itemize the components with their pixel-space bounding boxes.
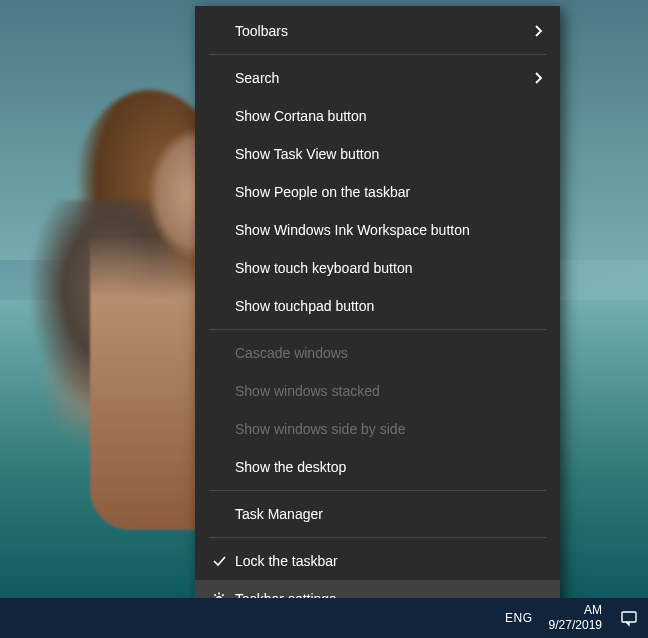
menu-label: Show Cortana button — [231, 108, 546, 124]
menu-item-toolbars[interactable]: Toolbars — [195, 12, 560, 50]
menu-label: Show People on the taskbar — [231, 184, 546, 200]
menu-item-show-touchpad[interactable]: Show touchpad button — [195, 287, 560, 325]
chevron-right-icon — [530, 25, 546, 37]
action-center-icon[interactable] — [618, 607, 640, 629]
menu-label: Search — [231, 70, 530, 86]
menu-item-show-desktop[interactable]: Show the desktop — [195, 448, 560, 486]
menu-item-show-people[interactable]: Show People on the taskbar — [195, 173, 560, 211]
menu-separator — [209, 329, 546, 330]
menu-label: Show touch keyboard button — [231, 260, 546, 276]
tray-time-suffix: AM — [549, 603, 602, 618]
menu-separator — [209, 490, 546, 491]
svg-rect-1 — [622, 612, 636, 622]
menu-item-show-side-by-side: Show windows side by side — [195, 410, 560, 448]
menu-item-task-manager[interactable]: Task Manager — [195, 495, 560, 533]
menu-separator — [209, 537, 546, 538]
check-icon — [207, 553, 231, 569]
menu-label: Show windows side by side — [231, 421, 546, 437]
menu-item-lock-taskbar[interactable]: Lock the taskbar — [195, 542, 560, 580]
menu-label: Show touchpad button — [231, 298, 546, 314]
menu-label: Toolbars — [231, 23, 530, 39]
menu-label: Show the desktop — [231, 459, 546, 475]
menu-item-search[interactable]: Search — [195, 59, 560, 97]
menu-label: Lock the taskbar — [231, 553, 546, 569]
chevron-right-icon — [530, 72, 546, 84]
menu-label: Cascade windows — [231, 345, 546, 361]
menu-label: Show windows stacked — [231, 383, 546, 399]
menu-separator — [209, 54, 546, 55]
menu-item-show-cortana[interactable]: Show Cortana button — [195, 97, 560, 135]
tray-language[interactable]: ENG — [505, 611, 533, 625]
menu-item-show-task-view[interactable]: Show Task View button — [195, 135, 560, 173]
menu-item-show-stacked: Show windows stacked — [195, 372, 560, 410]
tray-date: 9/27/2019 — [549, 618, 602, 633]
menu-label: Show Task View button — [231, 146, 546, 162]
tray-clock[interactable]: AM 9/27/2019 — [549, 603, 602, 633]
menu-item-cascade-windows: Cascade windows — [195, 334, 560, 372]
menu-label: Show Windows Ink Workspace button — [231, 222, 546, 238]
taskbar[interactable]: ENG AM 9/27/2019 — [0, 598, 648, 638]
menu-item-show-ink-workspace[interactable]: Show Windows Ink Workspace button — [195, 211, 560, 249]
menu-label: Task Manager — [231, 506, 546, 522]
menu-item-show-touch-keyboard[interactable]: Show touch keyboard button — [195, 249, 560, 287]
taskbar-context-menu: Toolbars Search Show Cortana button Show… — [195, 6, 560, 624]
